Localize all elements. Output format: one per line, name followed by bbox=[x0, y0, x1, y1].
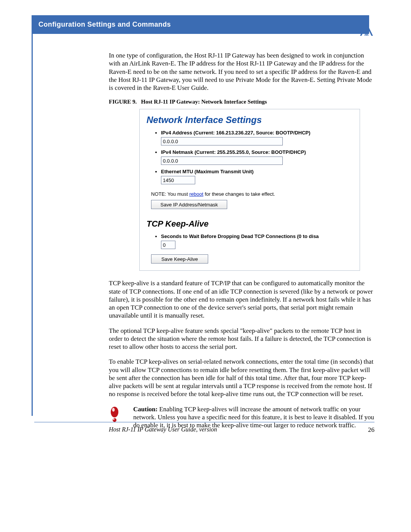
svg-point-3 bbox=[111, 407, 118, 417]
reboot-note: NOTE: You must reboot for these changes … bbox=[151, 191, 353, 197]
ipv4-netmask-input[interactable] bbox=[161, 157, 283, 165]
save-ip-button[interactable]: Save IP Address/Netmask bbox=[151, 200, 227, 209]
ipv4-netmask-label: IPv4 Netmask (Current: 255.255.255.0, So… bbox=[161, 149, 306, 155]
intro-paragraph: In one type of configuration, the Host R… bbox=[109, 51, 375, 92]
section-header: Configuration Settings and Commands bbox=[32, 15, 369, 34]
ipv4-address-input[interactable] bbox=[161, 137, 283, 145]
save-keepalive-button[interactable]: Save Keep-Alive bbox=[151, 254, 208, 264]
net-settings-heading: Network Interface Settings bbox=[147, 115, 353, 125]
figure-screenshot: Network Interface Settings IPv4 Address … bbox=[139, 109, 360, 271]
ipv4-address-label: IPv4 Address (Current: 166.213.236.227, … bbox=[161, 130, 311, 136]
svg-point-5 bbox=[113, 418, 116, 422]
figure-number: FIGURE 9. bbox=[109, 99, 137, 105]
vertical-rule bbox=[32, 15, 33, 416]
caution-label: Caution: bbox=[133, 406, 158, 413]
tcp-paragraph-2: The optional TCP keep-alive feature send… bbox=[109, 327, 375, 351]
svg-point-4 bbox=[112, 408, 115, 412]
footer-title: Host RJ-11 IP Gateway User Guide, versio… bbox=[109, 426, 217, 434]
figure-caption: FIGURE 9. Host RJ-11 IP Gateway: Network… bbox=[109, 99, 375, 105]
svg-point-6 bbox=[113, 418, 115, 420]
logo-icon bbox=[358, 21, 374, 39]
keepalive-label: Seconds to Wait Before Dropping Dead TCP… bbox=[161, 233, 319, 239]
tcp-paragraph-3: To enable TCP keep-alives on serial-rela… bbox=[109, 358, 375, 398]
figure-title: Host RJ-11 IP Gateway: Network Interface… bbox=[141, 99, 267, 105]
page-number: 26 bbox=[368, 426, 374, 434]
reboot-link[interactable]: reboot bbox=[189, 191, 203, 197]
keepalive-heading: TCP Keep-Alive bbox=[147, 219, 353, 229]
keepalive-input[interactable] bbox=[161, 241, 175, 249]
mtu-label: Ethernet MTU (Maximum Transmit Unit) bbox=[161, 169, 253, 174]
mtu-input[interactable] bbox=[161, 176, 195, 184]
tcp-paragraph-1: TCP keep-alive is a standard feature of … bbox=[109, 279, 375, 320]
page-footer: Host RJ-11 IP Gateway User Guide, versio… bbox=[34, 422, 374, 434]
